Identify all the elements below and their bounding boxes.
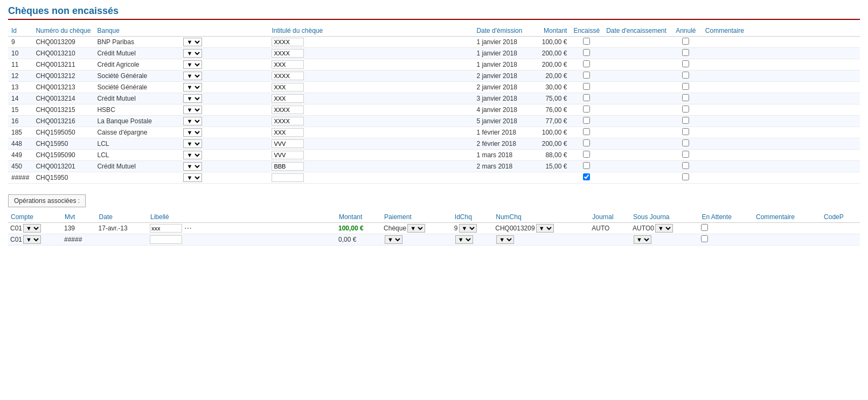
cell-banque-dropdown[interactable]: ▼ — [180, 116, 268, 127]
cell-annule[interactable] — [670, 104, 702, 116]
cell-intitule[interactable] — [268, 71, 473, 82]
encaisse-checkbox[interactable] — [583, 38, 590, 45]
compte-select[interactable]: ▼ — [23, 235, 41, 244]
intitule-input[interactable] — [272, 117, 304, 125]
encaisse-checkbox[interactable] — [583, 49, 590, 56]
cell-banque-dropdown[interactable]: ▼ — [180, 82, 268, 93]
intitule-input[interactable] — [272, 173, 304, 182]
annule-checkbox[interactable] — [682, 60, 689, 67]
cell-encaisse[interactable] — [570, 172, 603, 184]
cell-banque-dropdown[interactable]: ▼ — [180, 150, 268, 161]
encaisse-checkbox[interactable] — [583, 106, 590, 113]
ops-cell-idchq[interactable]: 9▼ — [452, 223, 493, 234]
encaisse-checkbox[interactable] — [583, 151, 590, 158]
cell-banque-dropdown[interactable]: ▼ — [180, 37, 268, 48]
intitule-input[interactable] — [272, 94, 304, 103]
cell-intitule[interactable] — [268, 93, 473, 104]
banque-select[interactable]: ▼ — [183, 38, 202, 46]
cell-encaisse[interactable] — [570, 48, 603, 59]
cell-encaisse[interactable] — [570, 138, 603, 150]
annule-checkbox[interactable] — [682, 162, 689, 169]
banque-select[interactable]: ▼ — [183, 106, 202, 114]
sous-journal-select[interactable]: ▼ — [634, 235, 651, 244]
cell-encaisse[interactable] — [570, 127, 603, 138]
cell-annule[interactable] — [670, 172, 702, 184]
cell-intitule[interactable] — [268, 172, 473, 184]
banque-select[interactable]: ▼ — [183, 72, 202, 80]
encaisse-checkbox[interactable] — [583, 94, 590, 101]
annule-checkbox[interactable] — [682, 83, 689, 90]
ops-cell-libelle[interactable] — [148, 234, 336, 245]
paiement-select[interactable]: ▼ — [385, 235, 402, 244]
intitule-input[interactable] — [272, 49, 304, 58]
numchq-select[interactable]: ▼ — [496, 235, 514, 244]
cell-annule[interactable] — [670, 161, 702, 172]
cell-banque-dropdown[interactable]: ▼ — [180, 71, 268, 82]
encaisse-checkbox[interactable] — [583, 72, 590, 79]
cell-intitule[interactable] — [268, 37, 473, 48]
cell-intitule[interactable] — [268, 150, 473, 161]
cell-encaisse[interactable] — [570, 71, 603, 82]
cell-encaisse[interactable] — [570, 82, 603, 93]
cell-intitule[interactable] — [268, 82, 473, 93]
cell-annule[interactable] — [670, 59, 702, 71]
ops-cell-numchq[interactable]: ▼ — [493, 234, 589, 245]
annule-checkbox[interactable] — [682, 106, 689, 113]
banque-select[interactable]: ▼ — [183, 94, 202, 103]
ops-cell-numchq[interactable]: CHQ0013209▼ — [493, 223, 589, 234]
cell-intitule[interactable] — [268, 48, 473, 59]
libelle-input[interactable] — [150, 224, 182, 233]
intitule-input[interactable] — [272, 83, 304, 92]
numchq-select[interactable]: ▼ — [536, 224, 554, 233]
banque-select[interactable]: ▼ — [183, 117, 202, 125]
ops-cell-idchq[interactable]: ▼ — [452, 234, 493, 245]
encaisse-checkbox[interactable] — [583, 60, 590, 67]
annule-checkbox[interactable] — [682, 49, 689, 56]
intitule-input[interactable] — [272, 38, 304, 46]
idchq-select[interactable]: ▼ — [459, 224, 477, 233]
cell-encaisse[interactable] — [570, 37, 603, 48]
cell-intitule[interactable] — [268, 161, 473, 172]
cell-encaisse[interactable] — [570, 104, 603, 116]
scatter-icon[interactable]: ⋯ — [184, 224, 192, 233]
cell-intitule[interactable] — [268, 59, 473, 71]
intitule-input[interactable] — [272, 139, 304, 148]
annule-checkbox[interactable] — [682, 38, 689, 45]
banque-select[interactable]: ▼ — [183, 151, 202, 159]
cell-annule[interactable] — [670, 37, 702, 48]
cell-banque-dropdown[interactable]: ▼ — [180, 93, 268, 104]
cell-banque-dropdown[interactable]: ▼ — [180, 59, 268, 71]
cell-banque-dropdown[interactable]: ▼ — [180, 161, 268, 172]
cell-banque-dropdown[interactable]: ▼ — [180, 138, 268, 150]
intitule-input[interactable] — [272, 106, 304, 114]
encaisse-checkbox[interactable] — [583, 162, 590, 169]
ops-cell-sous-journal[interactable]: AUTO0▼ — [630, 223, 699, 234]
annule-checkbox[interactable] — [682, 151, 689, 158]
compte-select[interactable]: ▼ — [23, 224, 41, 233]
encaisse-checkbox[interactable] — [583, 128, 590, 135]
en-attente-checkbox[interactable] — [701, 224, 708, 231]
en-attente-checkbox[interactable] — [701, 235, 708, 242]
sous-journal-select[interactable]: ▼ — [655, 224, 673, 233]
encaisse-checkbox[interactable] — [583, 139, 590, 146]
annule-checkbox[interactable] — [682, 94, 689, 101]
cell-annule[interactable] — [670, 138, 702, 150]
encaisse-checkbox[interactable] — [583, 117, 590, 124]
cell-annule[interactable] — [670, 150, 702, 161]
intitule-input[interactable] — [272, 128, 304, 137]
intitule-input[interactable] — [272, 72, 304, 80]
annule-checkbox[interactable] — [682, 72, 689, 79]
encaisse-checkbox[interactable] — [583, 83, 590, 90]
cell-encaisse[interactable] — [570, 150, 603, 161]
cell-banque-dropdown[interactable]: ▼ — [180, 104, 268, 116]
encaisse-checkbox[interactable] — [583, 173, 590, 180]
banque-select[interactable]: ▼ — [183, 139, 202, 148]
cell-annule[interactable] — [670, 116, 702, 127]
cell-intitule[interactable] — [268, 116, 473, 127]
ops-cell-sous-journal[interactable]: ▼ — [630, 234, 699, 245]
intitule-input[interactable] — [272, 60, 304, 69]
cell-annule[interactable] — [670, 71, 702, 82]
cell-intitule[interactable] — [268, 138, 473, 150]
paiement-select[interactable]: ▼ — [407, 224, 425, 233]
ops-cell-compte[interactable]: C01▼ — [8, 234, 62, 245]
